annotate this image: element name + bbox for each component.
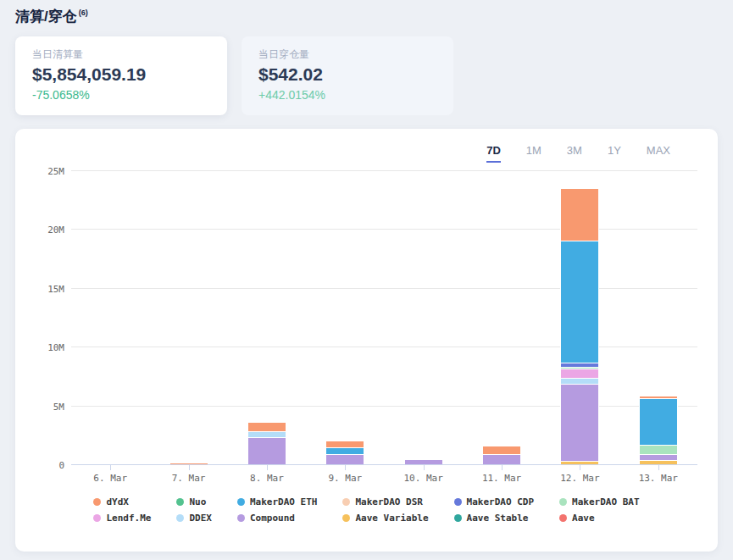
legend-item-aave-stable[interactable]: Aave Stable bbox=[454, 513, 534, 524]
legend-label: MakerDAO DSR bbox=[355, 496, 422, 507]
page-title-text: 清算/穿仓 bbox=[15, 8, 77, 25]
bar-segment-ddex[interactable] bbox=[560, 378, 599, 384]
bar-segment-compound[interactable] bbox=[404, 459, 443, 464]
legend-label: Lendf.Me bbox=[106, 513, 151, 524]
bar-segment-aave-variable[interactable] bbox=[560, 461, 599, 464]
stat-change: -75.0658% bbox=[32, 88, 210, 102]
range-tabs: 7D1M3M1YMAX bbox=[36, 144, 670, 163]
chart-panel: 7D1M3M1YMAX 05M10M15M20M25M 6. Mar7. Mar… bbox=[15, 129, 718, 552]
y-axis-label: 0 bbox=[58, 460, 64, 471]
x-axis-tick bbox=[189, 465, 190, 470]
legend-item-ddex[interactable]: DDEX bbox=[176, 513, 212, 524]
legend-item-aave-variable[interactable]: Aave Variable bbox=[342, 513, 428, 524]
stat-card-liquidation: 当日清算量 $5,854,059.19 -75.0658% bbox=[15, 36, 227, 115]
y-axis-label: 5M bbox=[53, 401, 64, 412]
y-axis-label: 10M bbox=[47, 342, 64, 353]
bar-segment-dydx[interactable] bbox=[247, 422, 286, 431]
stat-change: +442.0154% bbox=[258, 88, 436, 102]
x-axis-label: 12. Mar bbox=[541, 465, 619, 484]
legend-dot-icon bbox=[559, 514, 567, 522]
legend-dot-icon bbox=[93, 514, 101, 522]
bar-column-8-mar bbox=[228, 171, 306, 464]
bar-segment-ddex[interactable] bbox=[247, 431, 286, 437]
x-axis-label: 7. Mar bbox=[149, 465, 227, 484]
x-axis-tick bbox=[424, 465, 425, 470]
x-axis-tick bbox=[658, 465, 659, 470]
bar-segment-aave-variable[interactable] bbox=[639, 460, 678, 464]
bar-segment-dydx[interactable] bbox=[482, 446, 521, 454]
legend-item-aave[interactable]: Aave bbox=[559, 513, 639, 524]
bar-segment-makerdao-eth[interactable] bbox=[325, 447, 364, 454]
legend-label: MakerDAO ETH bbox=[250, 496, 317, 507]
bar-columns bbox=[71, 171, 697, 464]
x-axis-tick bbox=[345, 465, 346, 470]
x-axis-tick bbox=[580, 465, 580, 470]
legend: dYdXNuoMakerDAO ETHMakerDAO DSRMakerDAO … bbox=[36, 496, 697, 524]
legend-dot-icon bbox=[342, 514, 350, 522]
legend-item-nuo[interactable]: Nuo bbox=[176, 496, 212, 507]
bar-segment-compound[interactable] bbox=[482, 454, 521, 464]
bar-column-7-mar bbox=[149, 171, 227, 464]
tab-3m[interactable]: 3M bbox=[567, 144, 582, 163]
legend-label: Nuo bbox=[189, 496, 206, 507]
bar-segment-makerdao-eth[interactable] bbox=[560, 241, 599, 363]
stat-cards-row: 当日清算量 $5,854,059.19 -75.0658% 当日穿仓量 $542… bbox=[15, 36, 718, 115]
tab-7d[interactable]: 7D bbox=[486, 144, 501, 163]
x-axis-label: 8. Mar bbox=[228, 465, 306, 484]
legend-label: Aave Variable bbox=[355, 513, 428, 524]
tab-1y[interactable]: 1Y bbox=[608, 144, 621, 163]
tab-1m[interactable]: 1M bbox=[526, 144, 541, 163]
plot-area bbox=[71, 171, 697, 465]
x-axis-label: 9. Mar bbox=[306, 465, 384, 484]
page: 清算/穿仓(6) 当日清算量 $5,854,059.19 -75.0658% 当… bbox=[0, 0, 733, 552]
bar-segment-lendf-me[interactable] bbox=[560, 369, 599, 378]
legend-label: MakerDAO CDP bbox=[467, 496, 534, 507]
bar-segment-dydx[interactable] bbox=[325, 441, 364, 447]
legend-dot-icon bbox=[454, 498, 462, 506]
bar-segment-compound[interactable] bbox=[639, 454, 678, 460]
bar-column-6-mar bbox=[71, 171, 149, 464]
tab-max[interactable]: MAX bbox=[647, 144, 670, 163]
x-axis-label: 10. Mar bbox=[385, 465, 463, 484]
legend-item-lendf-me[interactable]: Lendf.Me bbox=[93, 513, 151, 524]
legend-item-makerdao-dsr[interactable]: MakerDAO DSR bbox=[342, 496, 428, 507]
legend-dot-icon bbox=[176, 514, 184, 522]
legend-item-makerdao-cdp[interactable]: MakerDAO CDP bbox=[454, 496, 534, 507]
y-axis-label: 15M bbox=[47, 283, 64, 294]
legend-dot-icon bbox=[342, 498, 350, 506]
x-axis-label: 13. Mar bbox=[619, 465, 697, 484]
bar-segment-dydx[interactable] bbox=[560, 188, 599, 241]
legend-dot-icon bbox=[237, 498, 245, 506]
stat-label: 当日清算量 bbox=[32, 47, 210, 62]
legend-item-makerdao-eth[interactable]: MakerDAO ETH bbox=[237, 496, 317, 507]
y-axis: 05M10M15M20M25M bbox=[36, 171, 71, 465]
x-axis-tick bbox=[267, 465, 268, 470]
bar-segment-compound[interactable] bbox=[325, 454, 364, 464]
legend-dot-icon bbox=[559, 498, 567, 506]
stat-value: $5,854,059.19 bbox=[32, 64, 210, 85]
legend-item-makerdao-bat[interactable]: MakerDAO BAT bbox=[559, 496, 639, 507]
legend-dot-icon bbox=[176, 498, 184, 506]
stat-card-margin-call: 当日穿仓量 $542.02 +442.0154% bbox=[242, 36, 453, 115]
legend-item-compound[interactable]: Compound bbox=[237, 513, 317, 524]
bar-segment-makerdao-eth[interactable] bbox=[639, 398, 678, 445]
x-axis-label: 11. Mar bbox=[463, 465, 541, 484]
x-axis: 6. Mar7. Mar8. Mar9. Mar10. Mar11. Mar12… bbox=[71, 465, 697, 484]
legend-label: DDEX bbox=[189, 513, 212, 524]
stat-value: $542.02 bbox=[258, 64, 436, 85]
bar-column-9-mar bbox=[306, 171, 384, 464]
page-title: 清算/穿仓(6) bbox=[15, 7, 718, 26]
bar-column-11-mar bbox=[463, 171, 541, 464]
x-axis-label: 6. Mar bbox=[71, 465, 149, 484]
bar-segment-compound[interactable] bbox=[247, 437, 286, 464]
bar-segment-compound[interactable] bbox=[560, 384, 599, 461]
legend-dot-icon bbox=[237, 514, 245, 522]
bar-column-13-mar bbox=[619, 171, 697, 464]
page-title-superscript: (6) bbox=[79, 8, 88, 17]
legend-label: dYdX bbox=[106, 496, 129, 507]
legend-item-dydx[interactable]: dYdX bbox=[93, 496, 151, 507]
bar-segment-makerdao-bat[interactable] bbox=[639, 445, 678, 454]
bar-segment-dydx[interactable] bbox=[169, 463, 208, 464]
legend-label: Aave Stable bbox=[467, 513, 529, 524]
stat-label: 当日穿仓量 bbox=[258, 47, 436, 62]
